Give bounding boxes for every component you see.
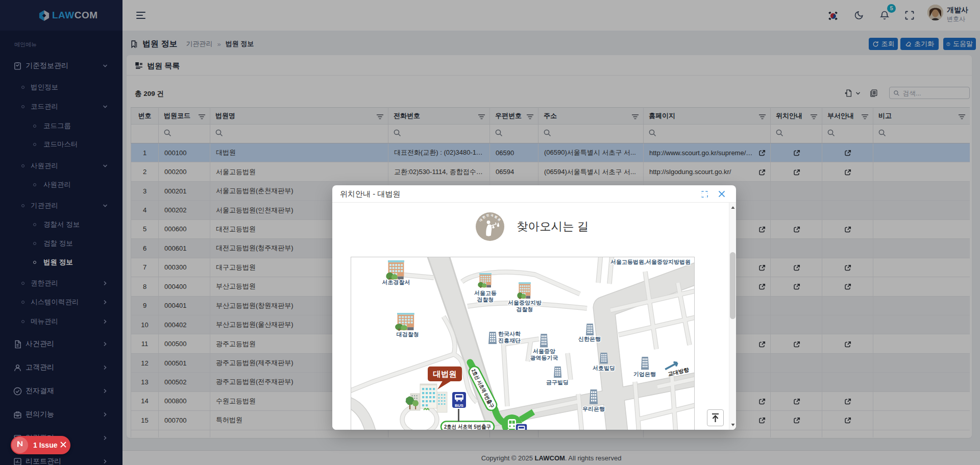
svg-text:BUS: BUS [455, 403, 464, 408]
svg-text:검찰청: 검찰청 [517, 306, 533, 312]
svg-text:서호빌딩: 서호빌딩 [593, 365, 615, 371]
svg-text:기업은행: 기업은행 [633, 371, 656, 377]
svg-text:금구빌딩: 금구빌딩 [546, 379, 569, 385]
svg-text:진흥재단: 진흥재단 [498, 337, 521, 344]
svg-text:서울고등: 서울고등 [474, 290, 497, 296]
svg-text:신한은행: 신한은행 [578, 336, 601, 342]
svg-text:2호선 서초역 5번출구: 2호선 서초역 5번출구 [444, 424, 491, 430]
svg-text:검찰청: 검찰청 [477, 297, 494, 303]
svg-text:한국사학: 한국사학 [498, 331, 521, 337]
svg-text:서울중앙지방: 서울중앙지방 [508, 300, 542, 306]
svg-text:서울중앙: 서울중앙 [533, 348, 555, 354]
svg-text:서초경찰서: 서초경찰서 [382, 279, 410, 285]
svg-text:대법원: 대법원 [433, 370, 457, 378]
svg-text:우리은행: 우리은행 [582, 406, 605, 412]
svg-text:대검찰청: 대검찰청 [397, 331, 419, 337]
svg-text:서울고등법원,서울중앙지방법원: 서울고등법원,서울중앙지방법원 [610, 259, 691, 265]
svg-text:광역등기국: 광역등기국 [530, 355, 558, 361]
